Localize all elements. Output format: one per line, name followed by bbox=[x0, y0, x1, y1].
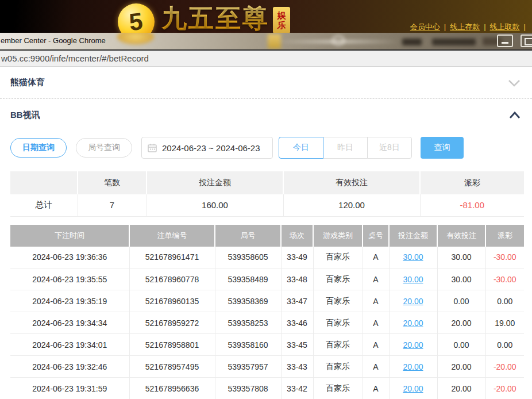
cell-bet-time: 2024-06-23 19:32:46 bbox=[10, 356, 129, 378]
cell-round-id: 539357957 bbox=[215, 356, 281, 378]
cell-bet-amount-link[interactable]: 20.00 bbox=[389, 356, 437, 378]
summary-total-row: 总计 7 160.00 120.00 -81.00 bbox=[10, 194, 524, 216]
column-header: 局号 bbox=[215, 225, 281, 247]
header-links: 会员中心|线上存款|线上取款| bbox=[410, 22, 530, 32]
cell-payout: -20.00 bbox=[485, 356, 524, 378]
column-header: 注单编号 bbox=[129, 225, 215, 247]
cell-bet-amount-link[interactable]: 20.00 bbox=[389, 312, 437, 334]
cell-valid-bet: 20.00 bbox=[437, 312, 485, 334]
link-separator: | bbox=[524, 22, 526, 31]
filter-toolbar: 日期查询 局号查询 2024-06-23 ~ 2024-06-23 今日 昨日 … bbox=[10, 137, 532, 159]
cell-bet-amount-link[interactable]: 30.00 bbox=[389, 247, 437, 268]
cell-table-no: A bbox=[363, 378, 389, 399]
cell-table-no: A bbox=[363, 356, 389, 378]
column-header: 有效投注 bbox=[437, 225, 485, 247]
window-title: ember Center - Google Chrome bbox=[1, 36, 106, 45]
cell-round-id: 539358605 bbox=[215, 247, 281, 268]
column-header: 有效投注 bbox=[283, 171, 420, 194]
table-row: 2024-06-23 19:36:36 521678961471 5393586… bbox=[10, 247, 524, 268]
cell-game-type: 百家乐 bbox=[313, 378, 363, 399]
cell-session: 33-48 bbox=[281, 268, 313, 290]
cell-valid-bet: 0.00 bbox=[437, 334, 485, 356]
cell-round-id: 539358253 bbox=[215, 312, 281, 334]
column-header bbox=[10, 171, 78, 194]
cell-payout: -30.00 bbox=[485, 268, 524, 290]
column-header: 投注金额 bbox=[147, 171, 283, 194]
column-header: 派彩 bbox=[485, 225, 524, 247]
section-bb-video[interactable]: BB视讯 bbox=[0, 99, 532, 131]
cell-session: 33-45 bbox=[281, 334, 313, 356]
table-row: 2024-06-23 19:35:55 521678960778 5393584… bbox=[10, 268, 524, 290]
cell-bet-time: 2024-06-23 19:31:59 bbox=[10, 378, 129, 399]
date-range-value: 2024-06-23 ~ 2024-06-23 bbox=[162, 143, 260, 153]
cell-valid-bet: 30.00 bbox=[437, 268, 485, 290]
logo-brand-text: 九五至尊 bbox=[161, 3, 269, 33]
minimize-button[interactable] bbox=[497, 34, 513, 47]
link-separator: | bbox=[444, 22, 446, 31]
section-title: BB视讯 bbox=[10, 110, 40, 121]
cell-payout: -30.00 bbox=[485, 247, 524, 268]
site-header: 5 九五至尊 娱乐 会员中心|线上存款|线上取款| bbox=[0, 0, 532, 33]
cell-valid-bet: 30.00 bbox=[437, 247, 485, 268]
cell-bet-amount-link[interactable]: 20.00 bbox=[389, 290, 437, 312]
deposit-link[interactable]: 线上存款 bbox=[450, 22, 480, 31]
cell-payout: 19.00 bbox=[485, 312, 524, 334]
cell-table-no: A bbox=[363, 247, 389, 268]
chevron-down-icon[interactable] bbox=[508, 79, 521, 87]
date-query-tab[interactable]: 日期查询 bbox=[10, 138, 67, 158]
bet-table-body: 2024-06-23 19:36:36 521678961471 5393586… bbox=[10, 247, 524, 399]
calendar-icon bbox=[148, 143, 157, 152]
section-title: 熊猫体育 bbox=[10, 77, 45, 88]
bet-record-table: 下注时间注单编号局号场次游戏类别桌号投注金额有效投注派彩 2024-06-23 … bbox=[10, 225, 524, 399]
table-row: 2024-06-23 19:31:59 521678956636 5393578… bbox=[10, 378, 524, 399]
maximize-button[interactable] bbox=[521, 34, 532, 47]
cell-bet-amount-link[interactable]: 20.00 bbox=[389, 334, 437, 356]
recent-8-days-button[interactable]: 近8日 bbox=[367, 137, 412, 159]
date-range-input[interactable]: 2024-06-23 ~ 2024-06-23 bbox=[141, 137, 273, 159]
cell-bet-time: 2024-06-23 19:36:36 bbox=[10, 247, 129, 268]
cell-bet-time: 2024-06-23 19:35:19 bbox=[10, 290, 129, 312]
bet-table-header-row: 下注时间注单编号局号场次游戏类别桌号投注金额有效投注派彩 bbox=[10, 225, 524, 247]
cell-bet-id: 521678960778 bbox=[129, 268, 215, 290]
summary-table: 笔数投注金额有效投注派彩 总计 7 160.00 120.00 -81.00 bbox=[10, 171, 524, 217]
cell-game-type: 百家乐 bbox=[313, 290, 363, 312]
cell-round-id: 539358160 bbox=[215, 334, 281, 356]
table-row: 2024-06-23 19:35:19 521678960135 5393583… bbox=[10, 290, 524, 312]
member-center-link[interactable]: 会员中心 bbox=[410, 22, 440, 31]
cell-bet-id: 521678958801 bbox=[129, 334, 215, 356]
chevron-up-icon[interactable] bbox=[509, 112, 521, 119]
search-button[interactable]: 查询 bbox=[421, 137, 464, 159]
blurred-account-text bbox=[432, 39, 476, 45]
total-bet-amount: 160.00 bbox=[147, 194, 283, 216]
blurred-swirl-ring bbox=[332, 35, 345, 45]
cell-bet-id: 521678956636 bbox=[129, 378, 215, 399]
cell-bet-amount-link[interactable]: 30.00 bbox=[389, 268, 437, 290]
summary-header-row: 笔数投注金额有效投注派彩 bbox=[10, 171, 524, 194]
cell-valid-bet: 20.00 bbox=[437, 378, 485, 399]
cell-payout: 0.00 bbox=[485, 290, 524, 312]
cell-table-no: A bbox=[363, 268, 389, 290]
cell-bet-id: 521678957495 bbox=[129, 356, 215, 378]
address-bar[interactable]: w05.cc:9900/infe/mcenter/#/betRecord bbox=[0, 51, 532, 67]
link-separator: | bbox=[484, 22, 485, 31]
cell-bet-amount-link[interactable]: 20.00 bbox=[389, 378, 437, 399]
cell-session: 33-42 bbox=[281, 378, 313, 399]
logo-entertainment-badge: 娱乐 bbox=[273, 7, 290, 33]
cell-round-id: 539358369 bbox=[215, 290, 281, 312]
total-label: 总计 bbox=[10, 194, 78, 216]
cell-payout: -20.00 bbox=[485, 378, 524, 399]
cell-table-no: A bbox=[363, 312, 389, 334]
cell-bet-id: 521678959272 bbox=[129, 312, 215, 334]
today-button[interactable]: 今日 bbox=[279, 137, 323, 159]
total-valid-bet: 120.00 bbox=[283, 194, 420, 216]
table-row: 2024-06-23 19:34:34 521678959272 5393582… bbox=[10, 312, 524, 334]
cell-game-type: 百家乐 bbox=[313, 356, 363, 378]
cell-game-type: 百家乐 bbox=[313, 268, 363, 290]
withdraw-link[interactable]: 线上取款 bbox=[490, 22, 520, 31]
section-panda-sports[interactable]: 熊猫体育 bbox=[0, 67, 532, 99]
cell-bet-time: 2024-06-23 19:35:55 bbox=[10, 268, 129, 290]
yesterday-button[interactable]: 昨日 bbox=[323, 137, 368, 159]
round-query-tab[interactable]: 局号查询 bbox=[76, 138, 132, 158]
window-titlebar[interactable]: ember Center - Google Chrome bbox=[0, 33, 532, 51]
cell-valid-bet: 20.00 bbox=[437, 356, 485, 378]
